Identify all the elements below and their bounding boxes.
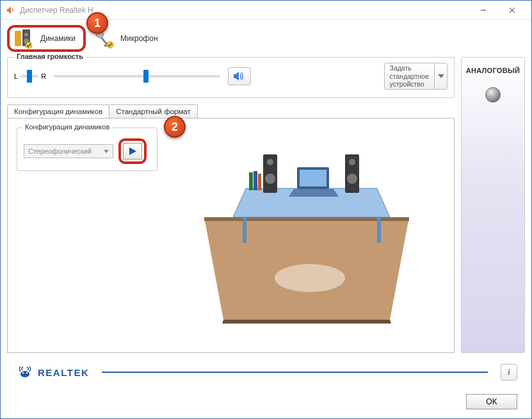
footer: REALTEK i (7, 353, 525, 391)
room-illustration (168, 127, 445, 343)
subtab-speaker-config[interactable]: Конфигурация динамиков (7, 104, 109, 118)
svg-point-31 (22, 372, 24, 374)
app-speaker-icon (6, 5, 16, 15)
analog-label: АНАЛОГОВЫЙ (465, 67, 520, 74)
close-button[interactable] (497, 1, 526, 19)
config-left: Конфигурация динамиков Стереофонический … (17, 127, 157, 343)
tab-speakers[interactable]: Динамики (7, 25, 86, 52)
play-button-annotation (118, 138, 147, 164)
speaker-config-panel: Конфигурация динамиков Стереофонический … (7, 118, 455, 353)
speaker-mode-value: Стереофонический (28, 147, 92, 155)
speaker-config-group: Конфигурация динамиков Стереофонический (17, 127, 157, 171)
test-play-button[interactable] (123, 143, 142, 160)
svg-point-23 (265, 174, 275, 184)
mute-button[interactable] (228, 67, 251, 85)
titlebar: Диспетчер Realtek H (1, 1, 531, 20)
volume-panel: Главная громкость L R (7, 57, 455, 98)
set-default-label: Задать стандартное устройство (385, 63, 434, 90)
window-body: Динамики Микрофон 1 (1, 20, 531, 418)
svg-rect-17 (377, 217, 381, 243)
svg-rect-29 (258, 174, 261, 190)
svg-marker-13 (222, 320, 391, 324)
app-window: Диспетчер Realtek H (0, 0, 532, 419)
svg-rect-16 (243, 217, 246, 243)
realtek-crab-icon (17, 365, 33, 379)
minimize-button[interactable] (469, 1, 497, 19)
subtab-default-format[interactable]: Стандартный формат (109, 104, 198, 118)
main-row: Главная громкость L R (7, 57, 525, 353)
info-button[interactable]: i (501, 364, 517, 381)
window-title: Диспетчер Realtek H (20, 6, 469, 15)
svg-point-5 (24, 33, 28, 37)
set-default-device-button[interactable]: Задать стандартное устройство (384, 63, 447, 90)
speakers-icon (12, 28, 35, 49)
svg-point-26 (347, 174, 357, 184)
window-controls (469, 1, 526, 19)
svg-point-25 (349, 159, 355, 165)
svg-rect-19 (300, 170, 326, 186)
svg-marker-20 (289, 189, 339, 197)
sub-tabs: Конфигурация динамиков Стандартный форма… (7, 104, 455, 118)
volume-group-label: Главная громкость (14, 53, 86, 60)
volume-slider[interactable] (54, 75, 220, 78)
svg-point-14 (275, 264, 345, 292)
brand-logo: REALTEK (17, 365, 89, 379)
balance-control[interactable]: L R (14, 72, 46, 80)
svg-rect-28 (254, 171, 257, 190)
svg-rect-3 (15, 31, 21, 46)
analog-jack[interactable] (485, 87, 501, 103)
tab-microphone-label: Микрофон (120, 34, 157, 43)
svg-point-30 (20, 371, 29, 377)
annotation-badge-1: 1 (86, 12, 108, 34)
ok-button[interactable]: OK (466, 394, 517, 409)
balance-left-label: L (14, 72, 18, 80)
brand-text: REALTEK (38, 367, 89, 378)
tab-speakers-label: Динамики (40, 34, 76, 43)
chevron-down-icon (434, 63, 447, 89)
svg-rect-27 (249, 172, 253, 190)
balance-right-label: R (41, 72, 46, 80)
device-tabs: Динамики Микрофон (7, 25, 525, 52)
speaker-mode-combo[interactable]: Стереофонический (24, 144, 113, 158)
svg-point-22 (267, 159, 273, 165)
config-group-label: Конфигурация динамиков (22, 123, 112, 131)
brand-divider (102, 372, 488, 373)
left-column: Главная громкость L R (7, 57, 455, 353)
svg-point-32 (26, 372, 28, 374)
connector-panel: АНАЛОГОВЫЙ (461, 57, 525, 353)
